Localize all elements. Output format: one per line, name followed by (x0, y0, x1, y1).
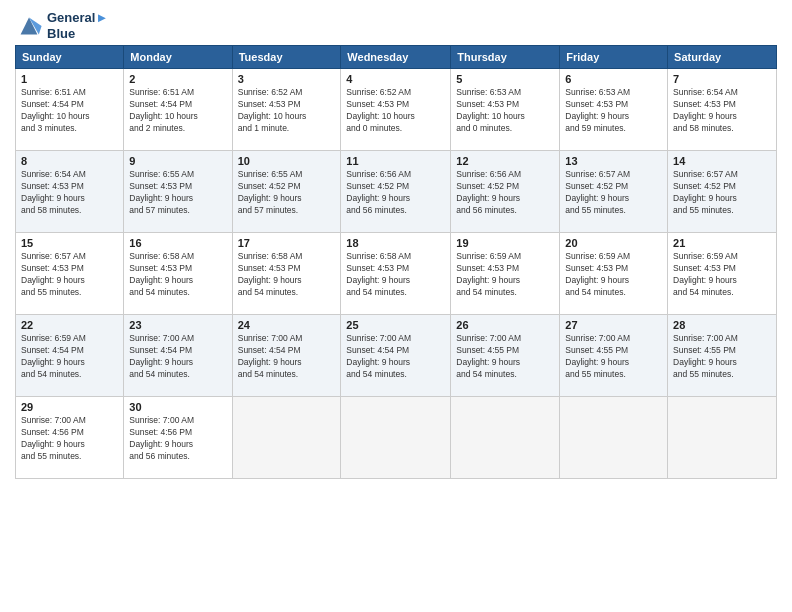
day-info: Sunrise: 6:52 AM Sunset: 4:53 PM Dayligh… (238, 87, 336, 135)
calendar-cell: 23Sunrise: 7:00 AM Sunset: 4:54 PM Dayli… (124, 315, 232, 397)
day-info: Sunrise: 6:57 AM Sunset: 4:53 PM Dayligh… (21, 251, 118, 299)
day-number: 26 (456, 319, 554, 331)
logo: General► Blue (15, 10, 108, 41)
day-number: 16 (129, 237, 226, 249)
calendar-cell (232, 397, 341, 479)
day-info: Sunrise: 6:56 AM Sunset: 4:52 PM Dayligh… (346, 169, 445, 217)
calendar-cell: 14Sunrise: 6:57 AM Sunset: 4:52 PM Dayli… (668, 151, 777, 233)
day-info: Sunrise: 6:58 AM Sunset: 4:53 PM Dayligh… (346, 251, 445, 299)
calendar-cell: 6Sunrise: 6:53 AM Sunset: 4:53 PM Daylig… (560, 69, 668, 151)
day-number: 22 (21, 319, 118, 331)
weekday-header: Monday (124, 46, 232, 69)
calendar-cell (668, 397, 777, 479)
day-number: 7 (673, 73, 771, 85)
day-number: 12 (456, 155, 554, 167)
calendar-cell: 10Sunrise: 6:55 AM Sunset: 4:52 PM Dayli… (232, 151, 341, 233)
day-number: 30 (129, 401, 226, 413)
calendar-cell (451, 397, 560, 479)
day-number: 23 (129, 319, 226, 331)
day-number: 29 (21, 401, 118, 413)
day-info: Sunrise: 6:55 AM Sunset: 4:52 PM Dayligh… (238, 169, 336, 217)
day-info: Sunrise: 6:52 AM Sunset: 4:53 PM Dayligh… (346, 87, 445, 135)
day-number: 27 (565, 319, 662, 331)
calendar-cell: 8Sunrise: 6:54 AM Sunset: 4:53 PM Daylig… (16, 151, 124, 233)
calendar-cell: 4Sunrise: 6:52 AM Sunset: 4:53 PM Daylig… (341, 69, 451, 151)
day-info: Sunrise: 7:00 AM Sunset: 4:55 PM Dayligh… (673, 333, 771, 381)
day-info: Sunrise: 6:59 AM Sunset: 4:54 PM Dayligh… (21, 333, 118, 381)
calendar-week-row: 8Sunrise: 6:54 AM Sunset: 4:53 PM Daylig… (16, 151, 777, 233)
weekday-header-row: SundayMondayTuesdayWednesdayThursdayFrid… (16, 46, 777, 69)
calendar-cell: 25Sunrise: 7:00 AM Sunset: 4:54 PM Dayli… (341, 315, 451, 397)
day-info: Sunrise: 7:00 AM Sunset: 4:54 PM Dayligh… (238, 333, 336, 381)
calendar-cell: 26Sunrise: 7:00 AM Sunset: 4:55 PM Dayli… (451, 315, 560, 397)
day-number: 9 (129, 155, 226, 167)
logo-text: General► Blue (47, 10, 108, 41)
day-info: Sunrise: 7:00 AM Sunset: 4:55 PM Dayligh… (456, 333, 554, 381)
day-number: 3 (238, 73, 336, 85)
calendar-cell (341, 397, 451, 479)
day-number: 8 (21, 155, 118, 167)
calendar-cell: 5Sunrise: 6:53 AM Sunset: 4:53 PM Daylig… (451, 69, 560, 151)
day-number: 11 (346, 155, 445, 167)
calendar-cell: 29Sunrise: 7:00 AM Sunset: 4:56 PM Dayli… (16, 397, 124, 479)
day-number: 24 (238, 319, 336, 331)
day-info: Sunrise: 6:57 AM Sunset: 4:52 PM Dayligh… (673, 169, 771, 217)
header: General► Blue (15, 10, 777, 41)
day-info: Sunrise: 7:00 AM Sunset: 4:56 PM Dayligh… (129, 415, 226, 463)
day-info: Sunrise: 6:54 AM Sunset: 4:53 PM Dayligh… (673, 87, 771, 135)
day-number: 14 (673, 155, 771, 167)
day-info: Sunrise: 6:56 AM Sunset: 4:52 PM Dayligh… (456, 169, 554, 217)
calendar-cell: 27Sunrise: 7:00 AM Sunset: 4:55 PM Dayli… (560, 315, 668, 397)
calendar-week-row: 29Sunrise: 7:00 AM Sunset: 4:56 PM Dayli… (16, 397, 777, 479)
calendar-cell: 30Sunrise: 7:00 AM Sunset: 4:56 PM Dayli… (124, 397, 232, 479)
day-number: 17 (238, 237, 336, 249)
calendar-cell: 7Sunrise: 6:54 AM Sunset: 4:53 PM Daylig… (668, 69, 777, 151)
day-info: Sunrise: 6:59 AM Sunset: 4:53 PM Dayligh… (565, 251, 662, 299)
day-info: Sunrise: 7:00 AM Sunset: 4:55 PM Dayligh… (565, 333, 662, 381)
weekday-header: Sunday (16, 46, 124, 69)
day-info: Sunrise: 6:58 AM Sunset: 4:53 PM Dayligh… (238, 251, 336, 299)
day-number: 20 (565, 237, 662, 249)
calendar-cell: 12Sunrise: 6:56 AM Sunset: 4:52 PM Dayli… (451, 151, 560, 233)
day-number: 1 (21, 73, 118, 85)
day-info: Sunrise: 6:53 AM Sunset: 4:53 PM Dayligh… (565, 87, 662, 135)
calendar-cell: 22Sunrise: 6:59 AM Sunset: 4:54 PM Dayli… (16, 315, 124, 397)
calendar-cell: 16Sunrise: 6:58 AM Sunset: 4:53 PM Dayli… (124, 233, 232, 315)
day-number: 5 (456, 73, 554, 85)
calendar-cell: 20Sunrise: 6:59 AM Sunset: 4:53 PM Dayli… (560, 233, 668, 315)
calendar-cell: 11Sunrise: 6:56 AM Sunset: 4:52 PM Dayli… (341, 151, 451, 233)
day-info: Sunrise: 6:59 AM Sunset: 4:53 PM Dayligh… (673, 251, 771, 299)
weekday-header: Saturday (668, 46, 777, 69)
day-info: Sunrise: 6:59 AM Sunset: 4:53 PM Dayligh… (456, 251, 554, 299)
weekday-header: Wednesday (341, 46, 451, 69)
calendar-cell: 9Sunrise: 6:55 AM Sunset: 4:53 PM Daylig… (124, 151, 232, 233)
calendar-cell: 17Sunrise: 6:58 AM Sunset: 4:53 PM Dayli… (232, 233, 341, 315)
day-number: 28 (673, 319, 771, 331)
day-number: 21 (673, 237, 771, 249)
calendar-week-row: 1Sunrise: 6:51 AM Sunset: 4:54 PM Daylig… (16, 69, 777, 151)
day-number: 18 (346, 237, 445, 249)
calendar-cell: 28Sunrise: 7:00 AM Sunset: 4:55 PM Dayli… (668, 315, 777, 397)
day-number: 13 (565, 155, 662, 167)
calendar-cell: 24Sunrise: 7:00 AM Sunset: 4:54 PM Dayli… (232, 315, 341, 397)
calendar-cell: 2Sunrise: 6:51 AM Sunset: 4:54 PM Daylig… (124, 69, 232, 151)
calendar-cell: 18Sunrise: 6:58 AM Sunset: 4:53 PM Dayli… (341, 233, 451, 315)
weekday-header: Friday (560, 46, 668, 69)
weekday-header: Thursday (451, 46, 560, 69)
weekday-header: Tuesday (232, 46, 341, 69)
calendar-cell: 19Sunrise: 6:59 AM Sunset: 4:53 PM Dayli… (451, 233, 560, 315)
day-info: Sunrise: 7:00 AM Sunset: 4:56 PM Dayligh… (21, 415, 118, 463)
day-number: 19 (456, 237, 554, 249)
day-number: 2 (129, 73, 226, 85)
calendar-cell: 15Sunrise: 6:57 AM Sunset: 4:53 PM Dayli… (16, 233, 124, 315)
day-info: Sunrise: 6:58 AM Sunset: 4:53 PM Dayligh… (129, 251, 226, 299)
calendar-cell: 13Sunrise: 6:57 AM Sunset: 4:52 PM Dayli… (560, 151, 668, 233)
day-info: Sunrise: 6:57 AM Sunset: 4:52 PM Dayligh… (565, 169, 662, 217)
calendar: SundayMondayTuesdayWednesdayThursdayFrid… (15, 45, 777, 479)
day-info: Sunrise: 6:51 AM Sunset: 4:54 PM Dayligh… (21, 87, 118, 135)
calendar-week-row: 22Sunrise: 6:59 AM Sunset: 4:54 PM Dayli… (16, 315, 777, 397)
calendar-cell: 21Sunrise: 6:59 AM Sunset: 4:53 PM Dayli… (668, 233, 777, 315)
calendar-cell (560, 397, 668, 479)
day-info: Sunrise: 7:00 AM Sunset: 4:54 PM Dayligh… (346, 333, 445, 381)
day-info: Sunrise: 6:55 AM Sunset: 4:53 PM Dayligh… (129, 169, 226, 217)
